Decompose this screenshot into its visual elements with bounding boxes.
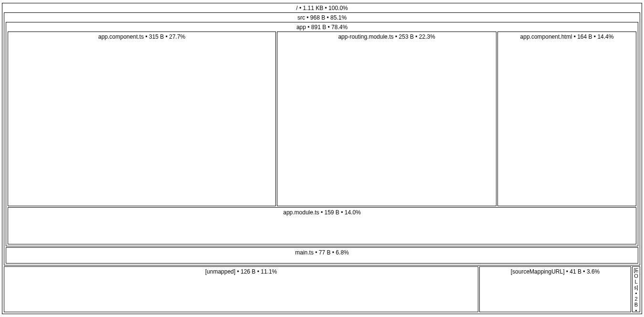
treemap-node-main-ts[interactable]: main.ts • 77 B • 6.8% <box>6 247 638 264</box>
treemap-node-app-module-ts[interactable]: app.module.ts • 159 B • 14.0% <box>8 207 636 244</box>
node-label-eols: [EOLs] • 2 B • 0.2% <box>633 267 640 312</box>
node-label-main-ts: main.ts • 77 B • 6.8% <box>6 248 638 256</box>
treemap-node-source-mapping-url[interactable]: [sourceMappingURL] • 41 B • 3.6% <box>479 266 631 312</box>
node-label-app-component-ts: app.component.ts • 315 B • 27.7% <box>8 32 275 40</box>
node-label-source-mapping-url: [sourceMappingURL] • 41 B • 3.6% <box>480 267 631 275</box>
node-label-src: src • 968 B • 85.1% <box>4 13 640 21</box>
treemap-node-app-routing-module-ts[interactable]: app-routing.module.ts • 253 B • 22.3% <box>277 32 496 206</box>
treemap-node-app-component-html[interactable]: app.component.html • 164 B • 14.4% <box>497 32 636 206</box>
node-label-root: / • 1.11 KB • 100.0% <box>2 3 642 11</box>
node-label-app-module-ts: app.module.ts • 159 B • 14.0% <box>8 208 636 216</box>
node-label-unmapped: [unmapped] • 126 B • 11.1% <box>4 267 478 275</box>
node-label-app: app • 891 B • 78.4% <box>6 22 638 31</box>
node-label-app-routing-module-ts: app-routing.module.ts • 253 B • 22.3% <box>277 32 496 40</box>
treemap-node-app-component-ts[interactable]: app.component.ts • 315 B • 27.7% <box>8 32 276 206</box>
treemap-node-unmapped[interactable]: [unmapped] • 126 B • 11.1% <box>4 266 478 312</box>
treemap-node-eols[interactable]: [EOLs] • 2 B • 0.2% <box>632 266 640 312</box>
node-label-app-component-html: app.component.html • 164 B • 14.4% <box>498 32 636 40</box>
